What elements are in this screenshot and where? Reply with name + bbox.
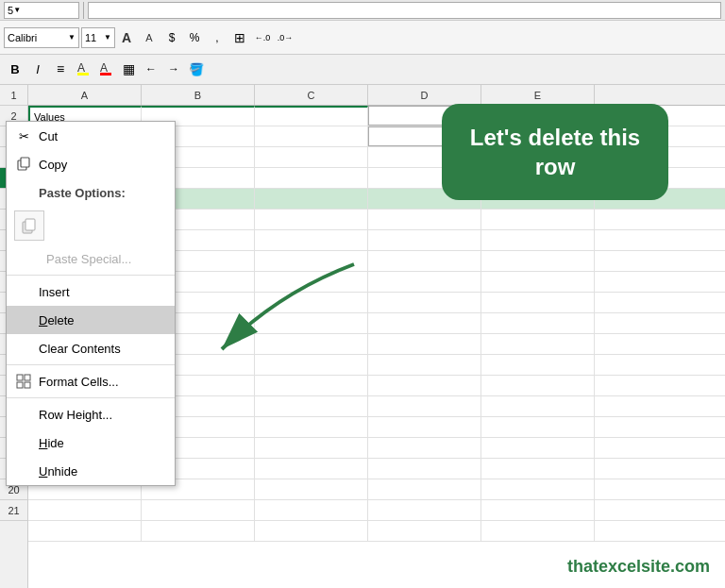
cell-c20[interactable] (255, 500, 368, 520)
paste-icon-btn-1[interactable] (14, 210, 44, 241)
cell-c1[interactable] (255, 106, 368, 126)
svg-text:A: A (100, 61, 108, 75)
menu-label-paste-special: Paste Special... (46, 252, 131, 266)
svg-rect-9 (25, 375, 30, 380)
cell-c5[interactable] (255, 189, 368, 209)
ribbon-row1: 5 ▼ (0, 0, 725, 21)
menu-item-delete[interactable]: Delete (7, 306, 175, 334)
cell-e6[interactable] (481, 210, 595, 229)
cell-c15[interactable] (255, 396, 368, 416)
cell-b20[interactable] (142, 500, 255, 520)
indent-right-btn[interactable]: → (163, 59, 184, 79)
cell-e7[interactable] (481, 230, 595, 250)
menu-item-insert[interactable]: Insert (7, 277, 175, 306)
increase-font-btn[interactable]: A (116, 27, 137, 48)
cell-c16[interactable] (255, 417, 368, 437)
col-header-c[interactable]: C (255, 85, 368, 105)
menu-label-unhide: Unhide (39, 464, 77, 479)
dec-decimal-btn[interactable]: ←.0 (252, 27, 273, 48)
menu-label-paste-options: Paste Options: (39, 186, 126, 200)
cell-e18[interactable] (481, 459, 595, 479)
cell-c7[interactable] (255, 230, 368, 250)
cell-e10[interactable] (481, 293, 595, 312)
tooltip-bubble: Let's delete this row (442, 104, 668, 200)
cell-e13[interactable] (481, 355, 595, 375)
menu-item-copy[interactable]: Copy (7, 150, 175, 178)
font-family-selector[interactable]: Calibri ▼ (4, 27, 79, 48)
cell-b21[interactable] (142, 521, 255, 541)
cell-c2[interactable] (255, 126, 368, 146)
cell-d18[interactable] (368, 459, 481, 479)
align-btn[interactable]: ≡ (50, 59, 71, 79)
decrease-font-btn[interactable]: A (139, 27, 160, 48)
menu-item-cut[interactable]: ✂ Cut (7, 122, 175, 150)
menu-item-row-height[interactable]: Row Height... (7, 400, 175, 428)
inc-decimal-btn[interactable]: .0→ (275, 27, 295, 48)
percent-btn[interactable]: % (184, 27, 205, 48)
row-height-icon (14, 405, 33, 424)
grid-row-21 (28, 521, 725, 542)
delete-icon (14, 311, 33, 329)
menu-item-format-cells[interactable]: Format Cells... (7, 367, 175, 395)
cell-d17[interactable] (368, 438, 481, 458)
cell-c6[interactable] (255, 210, 368, 229)
cell-e9[interactable] (481, 272, 595, 292)
col-header-a[interactable]: A (28, 85, 142, 105)
name-box[interactable]: 5 ▼ (4, 2, 79, 19)
cell-d21[interactable] (368, 521, 481, 541)
arrow-graphic (184, 255, 401, 378)
cell-e15[interactable] (481, 396, 595, 416)
cell-d6[interactable] (368, 210, 481, 229)
cell-c21[interactable] (255, 521, 368, 541)
row-num-1[interactable]: 1 (0, 85, 27, 106)
menu-item-clear-contents[interactable]: Clear Contents (7, 334, 175, 362)
svg-rect-5 (21, 158, 29, 167)
cell-c4[interactable] (255, 168, 368, 188)
cell-d7[interactable] (368, 230, 481, 250)
cell-c17[interactable] (255, 438, 368, 458)
cell-e21[interactable] (481, 521, 595, 541)
dollar-btn[interactable]: $ (161, 27, 182, 48)
cell-a21[interactable] (28, 521, 142, 541)
paint-bucket-btn[interactable]: 🪣 (186, 59, 207, 79)
cell-c3[interactable] (255, 147, 368, 167)
fill-color-btn[interactable]: A (73, 59, 93, 79)
fill-color-icon: A (76, 60, 91, 77)
cell-d16[interactable] (368, 417, 481, 437)
font-color-btn[interactable]: A (95, 59, 116, 79)
cell-c19[interactable] (255, 479, 368, 499)
cell-e12[interactable] (481, 334, 595, 354)
cell-e19[interactable] (481, 479, 595, 499)
row-num-21[interactable]: 21 (0, 500, 27, 521)
borders-btn[interactable]: ⊞ (229, 27, 250, 48)
cell-e14[interactable] (481, 376, 595, 395)
col-header-b[interactable]: B (142, 85, 255, 105)
menu-item-paste-special[interactable]: Paste Special... (7, 244, 175, 273)
cell-e16[interactable] (481, 417, 595, 437)
border-style-btn[interactable]: ▦ (118, 59, 139, 79)
cell-d19[interactable] (368, 479, 481, 499)
formula-bar[interactable] (88, 2, 721, 19)
col-header-d[interactable]: D (368, 85, 481, 105)
cell-e20[interactable] (481, 500, 595, 520)
separator-3 (7, 397, 175, 398)
indent-left-btn[interactable]: ← (141, 59, 161, 79)
comma-btn[interactable]: , (207, 27, 228, 48)
cell-e17[interactable] (481, 438, 595, 458)
cell-e8[interactable] (481, 251, 595, 271)
bold-btn[interactable]: B (5, 59, 25, 79)
svg-rect-1 (77, 73, 89, 76)
cell-a20[interactable] (28, 500, 142, 520)
cell-d14[interactable] (368, 376, 481, 395)
cell-c18[interactable] (255, 459, 368, 479)
cell-e11[interactable] (481, 313, 595, 333)
cell-d15[interactable] (368, 396, 481, 416)
menu-item-hide[interactable]: Hide (7, 428, 175, 457)
cell-d20[interactable] (368, 500, 481, 520)
menu-item-unhide[interactable]: Unhide (7, 457, 175, 485)
col-header-e[interactable]: E (481, 85, 595, 105)
menu-label-cut: Cut (39, 129, 58, 143)
italic-btn[interactable]: I (27, 59, 48, 79)
font-size-selector[interactable]: 11 ▼ (81, 27, 115, 48)
cell-c14[interactable] (255, 376, 368, 395)
